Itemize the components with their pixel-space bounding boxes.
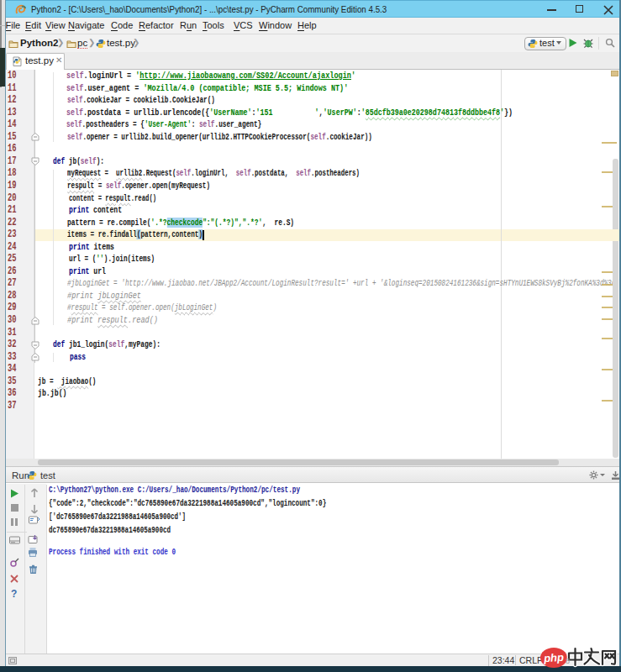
svg-text:php: php xyxy=(543,651,565,665)
svg-text:8: 8 xyxy=(566,657,570,665)
